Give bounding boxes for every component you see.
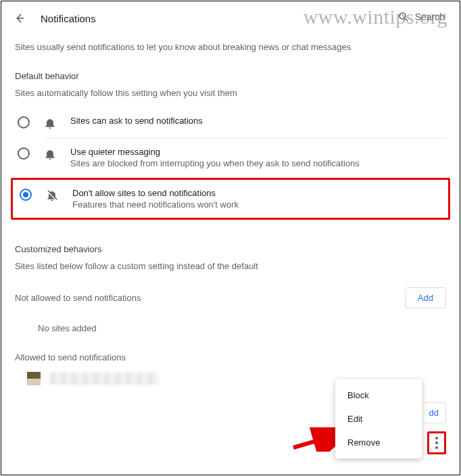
more-actions-icon[interactable]	[431, 435, 443, 451]
highlight-box-dont-allow: Don't allow sites to send notifications …	[11, 178, 450, 220]
search-label[interactable]: Search	[415, 11, 445, 22]
option-dont-allow-sublabel: Features that need notifications won't w…	[72, 199, 239, 210]
option-dont-allow[interactable]: Don't allow sites to send notifications …	[13, 181, 448, 216]
highlight-box-kebab	[427, 431, 446, 454]
default-behavior-subheading: Sites automatically follow this setting …	[15, 88, 446, 98]
not-allowed-heading: Not allowed to send notifications	[15, 293, 141, 303]
radio-quieter[interactable]	[18, 147, 30, 160]
option-quieter[interactable]: Use quieter messaging Sites are blocked …	[15, 139, 446, 176]
customized-heading: Customized behaviors	[15, 244, 446, 254]
menu-item-remove[interactable]: Remove	[335, 431, 422, 454]
bell-off-icon	[45, 189, 59, 202]
back-arrow-icon[interactable]	[14, 12, 26, 24]
page-description: Sites usually send notifications to let …	[15, 42, 446, 52]
option-quieter-label: Use quieter messaging	[70, 147, 360, 157]
radio-ask[interactable]	[18, 116, 30, 128]
option-quieter-sublabel: Sites are blocked from interrupting you …	[70, 158, 360, 168]
option-ask[interactable]: Sites can ask to send notifications	[15, 108, 446, 138]
customized-subheading: Sites listed below follow a custom setti…	[15, 261, 446, 271]
page-title: Notifications	[41, 13, 96, 24]
option-ask-label: Sites can ask to send notifications	[70, 116, 203, 126]
add-allowed-button[interactable]: dd	[425, 402, 446, 423]
svg-point-0	[399, 13, 406, 19]
radio-dont-allow[interactable]	[20, 189, 32, 201]
menu-item-edit[interactable]: Edit	[335, 407, 422, 431]
menu-item-block[interactable]: Block	[335, 383, 422, 407]
option-dont-allow-label: Don't allow sites to send notifications	[72, 188, 239, 198]
add-not-allowed-button[interactable]: Add	[405, 287, 446, 308]
site-favicon	[27, 372, 41, 385]
site-context-menu: Block Edit Remove	[335, 379, 422, 458]
default-behavior-heading: Default behavior	[15, 71, 446, 81]
bell-icon	[43, 116, 57, 130]
not-allowed-empty: No sites added	[38, 323, 446, 333]
allowed-heading: Allowed to send notifications	[15, 352, 126, 362]
bell-icon	[43, 147, 57, 161]
site-name-blurred	[50, 373, 158, 385]
search-icon[interactable]	[397, 11, 410, 23]
